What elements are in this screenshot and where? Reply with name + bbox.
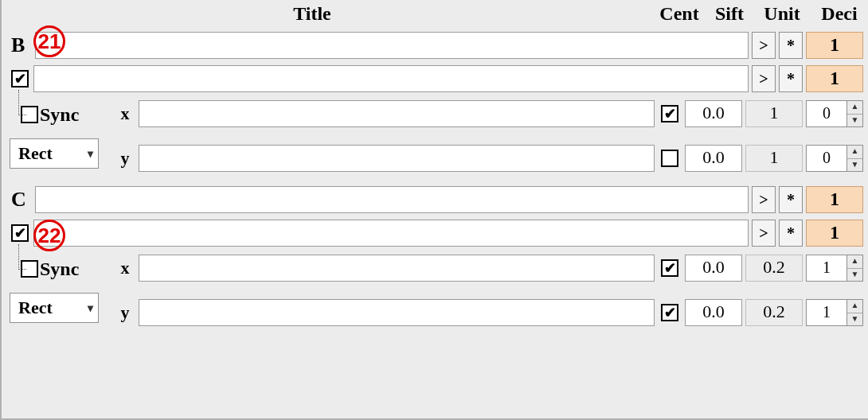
- spinner-up-icon[interactable]: ▲: [847, 300, 862, 313]
- header-sift: Sift: [706, 3, 753, 25]
- deci-value: 1: [806, 65, 863, 92]
- section-letter: C: [10, 188, 32, 212]
- column-headers: Title Cent Sift Unit Deci: [3, 2, 868, 25]
- axis-label-y: y: [118, 148, 132, 169]
- section-c-row1: C > * 1: [10, 183, 863, 216]
- deci-spinner-y[interactable]: 1 ▲▼: [806, 299, 863, 326]
- axis-label-y: y: [118, 302, 132, 323]
- arrow-button[interactable]: >: [752, 186, 776, 213]
- axis-label-x: x: [118, 258, 132, 278]
- unit-value-y: 0.2: [745, 299, 803, 326]
- axis-x-row: x 0.0 0.2 1 ▲▼: [115, 251, 863, 285]
- shape-select[interactable]: Rect ▾: [10, 293, 99, 323]
- arrow-button[interactable]: >: [752, 32, 776, 59]
- header-deci: Deci: [811, 3, 868, 25]
- sift-value-x[interactable]: 0.0: [685, 255, 742, 282]
- header-title: Title: [3, 3, 653, 25]
- axis-y-row: y 0.0 1 0 ▲▼: [115, 142, 863, 175]
- deci-spinner-y[interactable]: 0 ▲▼: [806, 145, 863, 172]
- arrow-button[interactable]: >: [752, 220, 776, 247]
- star-button[interactable]: *: [779, 32, 803, 59]
- section-b: B > * 1 > * 1: [10, 29, 863, 95]
- spinner-down-icon[interactable]: ▼: [847, 313, 862, 326]
- section-c-row2: > * 1: [10, 216, 863, 250]
- enable-checkbox[interactable]: [11, 224, 29, 242]
- sync-label: Sync: [40, 259, 79, 280]
- header-cent: Cent: [653, 3, 706, 25]
- unit-value-x: 1: [745, 100, 803, 127]
- tree-connector: [10, 98, 21, 131]
- arrow-button[interactable]: >: [752, 65, 776, 92]
- shape-select-value: Rect: [18, 298, 53, 318]
- section-letter: B: [10, 33, 32, 57]
- spinner-up-icon[interactable]: ▲: [847, 146, 862, 159]
- shape-select-value: Rect: [18, 143, 53, 164]
- title-input-b2[interactable]: [33, 65, 749, 92]
- section-c-axes: Sync Rect ▾ x 0.0 0.2 1 ▲▼ y: [10, 251, 863, 329]
- settings-panel: Title Cent Sift Unit Deci B > * 1 > * 1 …: [0, 0, 868, 420]
- deci-spinner-value: 0: [807, 146, 846, 171]
- axis-y-title-input[interactable]: [139, 145, 655, 172]
- axis-x-row: x 0.0 1 0 ▲▼: [115, 97, 863, 130]
- spinner-up-icon[interactable]: ▲: [847, 255, 862, 269]
- section-b-left: Sync Rect ▾: [10, 97, 115, 175]
- cent-checkbox-x[interactable]: [661, 259, 678, 277]
- section-c-left: Sync Rect ▾: [10, 251, 115, 329]
- cent-checkbox-y[interactable]: [661, 304, 678, 321]
- axis-x-title-input[interactable]: [139, 100, 655, 127]
- deci-spinner-x[interactable]: 1 ▲▼: [806, 255, 863, 282]
- deci-spinner-x[interactable]: 0 ▲▼: [806, 100, 863, 127]
- sync-label: Sync: [40, 104, 79, 126]
- star-button[interactable]: *: [779, 65, 803, 92]
- deci-spinner-value: 1: [807, 300, 846, 325]
- axis-label-x: x: [118, 103, 132, 124]
- section-c: C > * 1 > * 1: [10, 183, 863, 250]
- section-b-row2: > * 1: [10, 62, 863, 95]
- title-input-c2[interactable]: [33, 220, 749, 247]
- section-b-axes: Sync Rect ▾ x 0.0 1 0 ▲▼ y: [10, 97, 863, 175]
- axis-y-row: y 0.0 0.2 1 ▲▼: [115, 296, 863, 329]
- sift-value-y[interactable]: 0.0: [685, 145, 742, 172]
- tree-connector: [10, 252, 21, 286]
- deci-spinner-value: 0: [807, 101, 846, 126]
- star-button[interactable]: *: [779, 186, 803, 213]
- cent-checkbox-y[interactable]: [661, 150, 678, 167]
- unit-value-y: 1: [745, 145, 803, 172]
- axis-y-title-input[interactable]: [139, 299, 655, 326]
- spinner-down-icon[interactable]: ▼: [847, 269, 862, 282]
- enable-checkbox[interactable]: [11, 70, 29, 88]
- cent-checkbox-x[interactable]: [661, 105, 678, 122]
- star-button[interactable]: *: [779, 220, 803, 247]
- header-unit: Unit: [753, 3, 811, 25]
- section-b-row1: B > * 1: [10, 29, 863, 62]
- title-input-c1[interactable]: [35, 186, 749, 213]
- spinner-down-icon[interactable]: ▼: [847, 115, 862, 127]
- deci-spinner-value: 1: [807, 255, 846, 281]
- deci-value: 1: [806, 186, 863, 213]
- chevron-down-icon: ▾: [88, 301, 93, 315]
- deci-value: 1: [806, 220, 863, 247]
- shape-select[interactable]: Rect ▾: [10, 138, 99, 169]
- unit-value-x: 0.2: [745, 255, 803, 282]
- spinner-down-icon[interactable]: ▼: [847, 159, 862, 172]
- spinner-up-icon[interactable]: ▲: [847, 101, 862, 115]
- sift-value-y[interactable]: 0.0: [685, 299, 742, 326]
- axis-x-title-input[interactable]: [139, 255, 655, 282]
- sift-value-x[interactable]: 0.0: [685, 100, 742, 127]
- deci-value: 1: [806, 32, 863, 59]
- title-input-b1[interactable]: [35, 32, 749, 59]
- chevron-down-icon: ▾: [88, 147, 93, 161]
